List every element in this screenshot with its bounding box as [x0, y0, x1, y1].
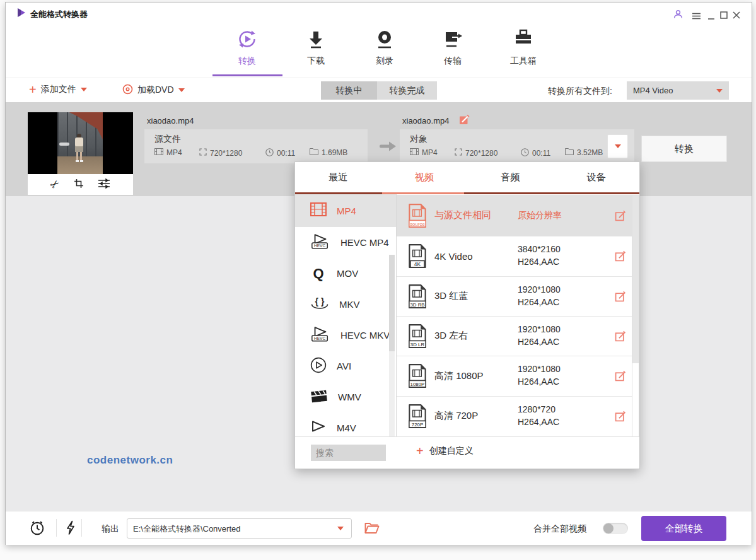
rename-edit-icon[interactable] [459, 114, 470, 127]
format-dropdown-button[interactable] [607, 134, 628, 158]
source-filename: xiaodao.mp4 [147, 116, 194, 125]
target-info-box: 对象 MP4 720*1280 00:11 3.52MB [400, 129, 634, 163]
target-duration: 00:11 [521, 148, 550, 158]
source-file-icon: source [407, 203, 427, 231]
effects-adjust-icon[interactable] [98, 178, 110, 191]
load-dvd-label: 加载DVD [137, 85, 174, 96]
output-dropdown-icon [337, 527, 344, 530]
film-icon [154, 148, 163, 157]
video-thumbnail [28, 112, 133, 174]
create-custom-label: 创建自定义 [429, 445, 474, 457]
folder-icon [310, 148, 318, 157]
merge-videos-toggle[interactable] [603, 523, 628, 534]
toolbar: + 添加文件 加载DVD 转换中 转换完成 转换所有文件到: MP4 Video [6, 78, 752, 103]
tab-download[interactable]: 下载 [288, 28, 344, 67]
preset-list-scrollbar[interactable] [632, 195, 639, 436]
merge-videos-label: 合并全部视频 [533, 523, 586, 535]
output-path-dropdown[interactable]: E:\全能格式转换器\Converted [127, 518, 352, 539]
main-nav: 转换 下载 刻录 传输 工具箱 [6, 23, 752, 78]
preset-3d-anaglyph[interactable]: 3D RB 3D 红蓝 1920*1080H264,AAC [397, 276, 632, 316]
target-format: MP4 [410, 148, 438, 157]
preset-codec: H264,AAC [518, 257, 559, 267]
source-size: 1.69MB [310, 148, 347, 157]
app-title: 全能格式转换器 [30, 9, 88, 20]
source-format: MP4 [154, 148, 182, 157]
target-filename: xiaodao.mp4 [402, 116, 449, 125]
preset-edit-icon[interactable] [615, 250, 626, 264]
preset-resolution: 1920*1080 [518, 364, 561, 374]
close-icon[interactable] [733, 10, 740, 21]
active-tab-underline [212, 74, 282, 76]
source-info-box: 源文件 MP4 720*1280 00:11 1.69MB [144, 129, 368, 163]
preset-resolution: 原始分辨率 [518, 209, 562, 221]
plus-icon: + [29, 84, 37, 95]
convert-to-label: 转换所有文件到: [548, 86, 612, 97]
open-folder-icon[interactable] [364, 522, 380, 537]
convert-icon [236, 42, 259, 52]
preset-3d-sbs[interactable]: 3D LR 3D 左右 1920*1080H264,AAC [397, 316, 632, 356]
schedule-clock-icon[interactable] [29, 520, 45, 539]
search-input[interactable] [311, 445, 386, 461]
source-section-label: 源文件 [154, 134, 181, 145]
video-file-icon: 1080P [407, 363, 427, 391]
convert-to-dropdown[interactable]: MP4 Video [627, 81, 729, 100]
tab-transfer[interactable]: 传输 [424, 28, 481, 67]
screen: 全能格式转换器 转换 下载 刻录 传 [0, 0, 756, 560]
tab-toolbox[interactable]: 工具箱 [495, 28, 552, 67]
clock-icon [521, 148, 529, 158]
popup-tab-audio[interactable]: 音频 [467, 162, 554, 192]
load-dvd-button[interactable]: 加载DVD [122, 84, 185, 96]
preset-edit-icon[interactable] [615, 330, 626, 344]
watermark: codenetwork.cn [87, 454, 173, 467]
video-file-icon: 720P [407, 404, 427, 431]
preset-4k-video[interactable]: 4K 4K Video 3840*2160H264,AAC [397, 236, 632, 276]
preset-edit-icon[interactable] [615, 370, 626, 384]
target-resolution: 720*1280 [455, 148, 497, 158]
preset-codec: H264,AAC [518, 376, 559, 387]
tab-finished[interactable]: 转换完成 [377, 81, 437, 100]
tab-burn[interactable]: 刻录 [356, 28, 413, 67]
maximize-icon[interactable] [720, 10, 728, 21]
resolution-icon [199, 148, 207, 158]
svg-text:4K: 4K [414, 261, 421, 267]
toolbox-icon [512, 42, 535, 52]
minimize-icon[interactable] [707, 11, 715, 23]
svg-text:3D RB: 3D RB [410, 302, 424, 308]
svg-text:1080P: 1080P [410, 382, 425, 387]
preset-resolution: 1920*1080 [518, 324, 561, 334]
popup-tab-device[interactable]: 设备 [554, 162, 640, 192]
dvd-icon [122, 84, 133, 96]
tab-toolbox-label: 工具箱 [495, 55, 552, 67]
menu-icon[interactable] [692, 11, 701, 22]
popup-footer: + 创建自定义 [295, 436, 639, 469]
preset-codec: H264,AAC [518, 417, 559, 427]
popup-tab-video[interactable]: 视频 [381, 162, 468, 192]
preset-edit-icon[interactable] [615, 411, 626, 424]
popup-tab-recent[interactable]: 最近 [295, 162, 381, 192]
tab-convert[interactable]: 转换 [219, 28, 276, 67]
create-custom-button[interactable]: + 创建自定义 [416, 445, 474, 457]
tab-converting[interactable]: 转换中 [321, 81, 377, 100]
user-account-icon[interactable] [673, 9, 683, 21]
preset-edit-icon[interactable] [615, 291, 626, 305]
output-label: 输出 [102, 523, 119, 535]
add-file-dropdown-icon[interactable] [81, 88, 87, 91]
tab-convert-label: 转换 [219, 55, 276, 67]
chevron-down-icon [615, 144, 621, 148]
preset-edit-icon[interactable] [615, 210, 626, 224]
svg-text:720P: 720P [412, 422, 423, 428]
convert-all-button[interactable]: 全部转换 [641, 516, 726, 541]
preset-resolution: 1280*720 [518, 404, 555, 414]
preset-hd-1080p[interactable]: 1080P 高清 1080P 1920*1080H264,AAC [397, 356, 632, 396]
preset-hd-720p[interactable]: 720P 高清 720P 1280*720H264,AAC [397, 396, 632, 436]
burn-disc-icon [373, 42, 396, 52]
performance-bolt-icon[interactable] [66, 520, 76, 538]
video-file-icon: 4K [407, 243, 427, 271]
convert-button[interactable]: 转换 [641, 136, 727, 162]
crop-icon[interactable] [74, 178, 84, 191]
source-duration: 00:11 [265, 148, 295, 158]
add-file-button[interactable]: + 添加文件 [29, 84, 87, 95]
load-dvd-dropdown-icon[interactable] [178, 88, 185, 92]
trim-scissors-icon[interactable]: ✂ [47, 177, 62, 192]
preset-same-as-source[interactable]: source 与源文件相同 原始分辨率 [397, 195, 632, 236]
